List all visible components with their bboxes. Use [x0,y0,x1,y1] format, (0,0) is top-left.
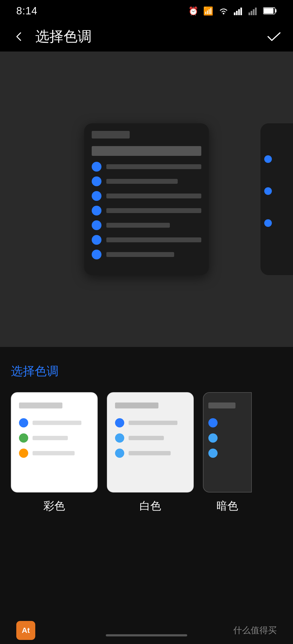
svg-point-0 [223,13,224,14]
theme-card-inner-colorful [11,392,98,492]
theme-line-1 [33,421,81,425]
partial-dot-1 [264,155,272,163]
svg-rect-10 [275,9,276,12]
phone-line-4 [106,208,201,213]
theme-card-colorful[interactable]: 彩色 [11,392,98,513]
nav-logo-text: At [22,626,30,635]
phone-line-6 [106,237,201,242]
phone-line-2 [106,179,178,184]
theme-line-white-2 [129,436,164,440]
theme-line-2 [33,436,68,440]
svg-rect-6 [251,11,252,15]
theme-title-bar-white [115,402,158,408]
svg-rect-11 [264,8,273,14]
status-bar: 8:14 ⏰ 📶 [0,0,293,22]
phone-list-item-3 [92,191,201,201]
svg-rect-7 [253,9,254,15]
svg-rect-3 [238,9,240,15]
theme-title-bar-dark [208,402,235,408]
phone-dot-2 [92,176,101,186]
theme-dot-blue-light-2 [115,449,124,458]
theme-item-white-2 [115,433,186,443]
theme-dot-orange [19,449,28,458]
theme-dot-blue-light-dark-1 [208,433,218,443]
phone-list-item-6 [92,235,201,245]
phone-line-5 [106,223,170,228]
theme-card-inner-dark [203,392,252,492]
theme-dot-blue-dark [208,418,218,427]
phone-line-7 [106,252,174,257]
theme-item-dark-2 [208,433,246,443]
partial-dot-2 [264,187,272,195]
phone-list-item-7 [92,250,201,259]
status-time: 8:14 [16,5,37,17]
theme-dot-blue [19,418,28,427]
svg-rect-5 [249,12,250,15]
theme-item-white-3 [115,449,186,458]
theme-line-white-1 [129,421,177,425]
theme-dot-green [19,433,28,443]
phone-dot-3 [92,191,101,201]
theme-dot-blue-2 [115,418,124,427]
section-title: 选择色调 [11,363,282,379]
phone-title-placeholder [92,131,130,139]
confirm-button[interactable] [266,28,282,45]
wifi-icon [218,7,229,15]
theme-item-dark-3 [208,449,246,458]
top-bar: 选择色调 [0,22,293,51]
theme-name-colorful: 彩色 [11,498,98,513]
phone-list-item-2 [92,176,201,186]
svg-rect-8 [255,8,257,15]
partial-dot-3 [264,219,272,227]
phone-preview-partial [260,123,293,275]
signal-icon [234,7,244,15]
theme-name-white: 白色 [107,498,194,513]
alarm-icon: ⏰ [188,6,198,16]
phone-dot-6 [92,235,101,245]
theme-card-inner-white [107,392,194,492]
phone-dot-1 [92,162,101,172]
theme-item-2 [19,433,90,443]
theme-line-white-3 [129,451,171,455]
page-title: 选择色调 [35,27,258,46]
nav-bar: At 什么值得买 [0,617,293,644]
bottom-section: 选择色调 彩色 [0,347,293,644]
svg-rect-4 [240,8,242,15]
phone-line-1 [106,164,201,169]
phone-dot-7 [92,250,101,259]
phone-list-item-5 [92,220,201,230]
phone-line-3 [106,194,201,198]
nav-bar-indicator [106,634,187,636]
nav-app-name: 什么值得买 [233,624,277,636]
sim-icon: 📶 [203,6,213,16]
theme-item-1 [19,418,90,427]
theme-name-dark: 暗色 [203,498,252,513]
theme-dot-blue-light-dark-2 [208,449,218,458]
theme-title-bar-colorful [19,402,62,408]
svg-rect-1 [234,12,235,15]
phone-preview-main [84,123,209,275]
theme-options-row: 彩色 白色 [11,392,282,513]
status-icons: ⏰ 📶 [188,6,277,16]
theme-line-3 [33,451,75,455]
back-button[interactable] [11,28,27,45]
phone-list-item-4 [92,206,201,215]
preview-area [0,51,293,347]
theme-card-dark[interactable]: 暗色 [203,392,252,513]
theme-card-white[interactable]: 白色 [107,392,194,513]
theme-dot-blue-light-1 [115,433,124,443]
nav-logo: At [16,621,35,640]
phone-list-item-1 [92,162,201,172]
battery-icon [263,7,277,15]
signal2-icon [249,7,258,15]
theme-item-dark-1 [208,418,246,427]
theme-item-3 [19,449,90,458]
phone-search-placeholder [92,146,201,156]
phone-dot-5 [92,220,101,230]
svg-rect-2 [236,11,238,15]
theme-item-white-1 [115,418,186,427]
phone-dot-4 [92,206,101,215]
